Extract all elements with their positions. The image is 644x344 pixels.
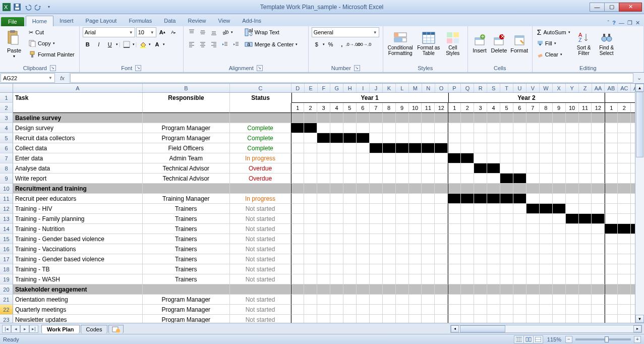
cell[interactable] [618, 194, 631, 204]
autosum-button[interactable]: ΣAutoSum▾ [536, 27, 572, 37]
paste-button[interactable]: Paste ▼ [3, 27, 25, 61]
cell[interactable] [540, 143, 553, 153]
cell[interactable] [448, 254, 461, 264]
cell[interactable] [461, 295, 474, 305]
italic-button[interactable]: I [94, 39, 104, 49]
cell[interactable] [370, 133, 383, 143]
cell[interactable]: Quarterly meetings [13, 305, 143, 315]
name-box[interactable]: AG22▼ [1, 73, 55, 83]
cell[interactable] [513, 174, 526, 184]
cell[interactable] [291, 274, 304, 284]
cell[interactable] [618, 123, 631, 133]
column-header[interactable]: P [448, 84, 461, 92]
cell-styles-button[interactable]: Cell Styles [443, 27, 463, 61]
cell[interactable] [500, 234, 513, 244]
row-header[interactable]: 22 [0, 305, 13, 315]
select-all-corner[interactable] [0, 84, 13, 92]
column-header[interactable]: AC [618, 84, 631, 92]
cell[interactable] [357, 143, 370, 153]
cell[interactable] [409, 284, 422, 295]
cell[interactable] [422, 143, 435, 153]
cell[interactable]: Not started [230, 224, 291, 234]
cell[interactable] [461, 113, 474, 123]
next-sheet-icon[interactable]: ▸ [20, 325, 29, 333]
fill-button[interactable]: Fill▾ [536, 38, 572, 48]
cell[interactable] [343, 234, 357, 244]
cell[interactable] [474, 295, 487, 305]
row-header[interactable]: 12 [0, 204, 13, 214]
cell[interactable]: Not started [230, 234, 291, 244]
cell[interactable] [605, 305, 618, 315]
align-top-button[interactable] [187, 27, 197, 37]
cell[interactable] [370, 143, 383, 153]
cell[interactable] [474, 244, 487, 254]
cell[interactable] [396, 163, 409, 174]
cell[interactable] [383, 194, 396, 204]
cell[interactable] [343, 184, 357, 194]
cell[interactable]: Not started [230, 214, 291, 224]
cell[interactable]: Training - Gender based violence [13, 234, 143, 244]
cell[interactable] [540, 305, 553, 315]
last-sheet-icon[interactable]: ▸| [29, 325, 38, 333]
cell[interactable] [330, 234, 343, 244]
cell[interactable] [605, 274, 618, 284]
column-header[interactable]: A [13, 84, 143, 92]
cell[interactable]: Training - WASH [13, 274, 143, 284]
cell[interactable] [579, 315, 592, 323]
cell[interactable] [540, 123, 553, 133]
cell[interactable] [343, 153, 357, 163]
cell[interactable] [291, 315, 304, 323]
cell[interactable] [448, 143, 461, 153]
cell[interactable] [553, 194, 566, 204]
cell[interactable]: Write report [13, 174, 143, 184]
cell[interactable] [383, 234, 396, 244]
cell[interactable] [422, 295, 435, 305]
cell[interactable] [304, 143, 317, 153]
ribbon-tab-review[interactable]: Review [182, 16, 212, 26]
cell[interactable] [618, 244, 631, 254]
cell[interactable] [487, 143, 500, 153]
cell[interactable] [553, 133, 566, 143]
cell[interactable] [304, 254, 317, 264]
cell[interactable] [461, 163, 474, 174]
column-header[interactable]: D [291, 84, 305, 92]
cell[interactable] [422, 163, 435, 174]
cell[interactable] [409, 194, 422, 204]
column-header[interactable]: AA [592, 84, 605, 92]
cell[interactable] [396, 264, 409, 274]
column-header[interactable]: I [357, 84, 370, 92]
cell[interactable] [422, 123, 435, 133]
column-header[interactable]: G [330, 84, 343, 92]
cell[interactable] [553, 295, 566, 305]
cell[interactable] [618, 305, 631, 315]
cell[interactable]: Training - TB [13, 264, 143, 274]
row-header[interactable]: 18 [0, 264, 13, 274]
normal-view-icon[interactable] [514, 335, 524, 343]
cell[interactable] [592, 214, 605, 224]
cell[interactable] [291, 174, 304, 184]
cell[interactable] [291, 123, 304, 133]
cell[interactable] [448, 194, 461, 204]
cell[interactable] [513, 123, 526, 133]
cell[interactable]: 3 [474, 103, 487, 113]
dialog-launcher-icon[interactable]: ↘ [135, 65, 141, 71]
cell[interactable] [526, 295, 540, 305]
cell[interactable] [330, 133, 343, 143]
cell[interactable] [592, 274, 605, 284]
cell[interactable] [618, 163, 631, 174]
number-format-combo[interactable]: General▼ [312, 27, 379, 37]
cell[interactable] [487, 295, 500, 305]
cell[interactable] [500, 174, 513, 184]
cell[interactable] [566, 174, 579, 184]
cell[interactable] [396, 244, 409, 254]
file-tab[interactable]: File [1, 17, 24, 26]
row-header[interactable]: 10 [0, 184, 13, 194]
cell[interactable] [526, 284, 540, 295]
cell[interactable] [526, 163, 540, 174]
vertical-scrollbar[interactable]: ▲ ▼ [635, 84, 644, 323]
cell[interactable] [592, 174, 605, 184]
cell[interactable]: Technical Advisor [143, 174, 230, 184]
cell[interactable] [435, 224, 448, 234]
cell[interactable] [343, 274, 357, 284]
cell[interactable] [540, 224, 553, 234]
